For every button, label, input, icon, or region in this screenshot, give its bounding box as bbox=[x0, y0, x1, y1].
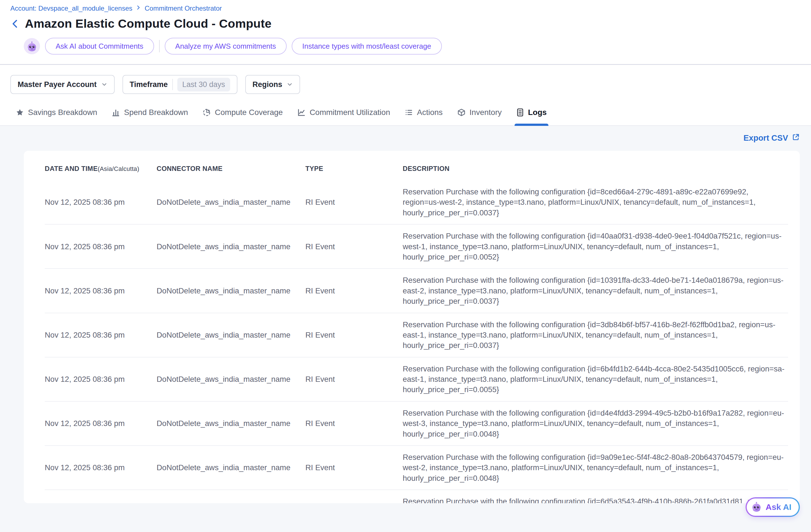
table-row: Nov 12, 2025 08:36 pm DoNotDelete_aws_in… bbox=[45, 445, 788, 490]
breadcrumb-section-link[interactable]: Commitment Orchestrator bbox=[144, 4, 222, 12]
tab-label: Savings Breakdown bbox=[28, 108, 97, 117]
table-row: Nov 12, 2025 08:36 pm DoNotDelete_aws_in… bbox=[45, 490, 788, 503]
table-row: Nov 12, 2025 08:36 pm DoNotDelete_aws_in… bbox=[45, 180, 788, 224]
timeframe-filter[interactable]: Timeframe Last 30 days bbox=[122, 75, 238, 94]
tab-label: Actions bbox=[417, 108, 443, 117]
cell-description: Reservation Purchase with the following … bbox=[403, 401, 788, 445]
cell-connector: DoNotDelete_aws_india_master_name bbox=[157, 401, 305, 445]
analyze-aws-commitments-chip[interactable]: Analyze my AWS commitments bbox=[165, 38, 287, 55]
chevron-down-icon bbox=[101, 81, 107, 88]
logs-table: DATE AND TIME(Asia/Calcutta) CONNECTOR N… bbox=[45, 162, 788, 503]
table-row: Nov 12, 2025 08:36 pm DoNotDelete_aws_in… bbox=[45, 357, 788, 401]
cell-description: Reservation Purchase with the following … bbox=[403, 313, 788, 357]
ask-ai-floating-button[interactable]: Ask AI bbox=[746, 497, 800, 517]
page-title: Amazon Elastic Compute Cloud - Compute bbox=[25, 17, 272, 30]
cell-description: Reservation Purchase with the following … bbox=[403, 357, 788, 401]
tab-bar: Savings Breakdown Spend Breakdown Comput… bbox=[0, 105, 811, 126]
column-header-type: TYPE bbox=[305, 162, 403, 180]
ai-suggestions-row: Ask AI about Commitments Analyze my AWS … bbox=[24, 38, 800, 64]
cell-datetime: Nov 12, 2025 08:36 pm bbox=[45, 401, 157, 445]
ask-ai-about-commitments-chip[interactable]: Ask AI about Commitments bbox=[45, 38, 154, 55]
breadcrumb-account-link[interactable]: Account: Devspace_all_module_licenses bbox=[10, 4, 132, 12]
cell-description: Reservation Purchase with the following … bbox=[403, 445, 788, 490]
logs-content: Export CSV DATE AND TIME(Asia/Calcutta) … bbox=[0, 126, 811, 532]
tab-label: Inventory bbox=[470, 108, 502, 117]
cell-type: RI Event bbox=[305, 401, 403, 445]
regions-dropdown[interactable]: Regions bbox=[245, 75, 300, 94]
list-icon bbox=[405, 108, 413, 117]
cell-type: RI Event bbox=[305, 269, 403, 313]
bar-chart-icon bbox=[111, 108, 120, 117]
tab-savings-breakdown[interactable]: Savings Breakdown bbox=[16, 108, 97, 125]
cell-connector: DoNotDelete_aws_india_master_name bbox=[157, 445, 305, 490]
cell-connector: DoNotDelete_aws_india_master_name bbox=[157, 313, 305, 357]
filters-bar: Master Payer Account Timeframe Last 30 d… bbox=[0, 65, 811, 105]
timeframe-value[interactable]: Last 30 days bbox=[177, 78, 230, 91]
cell-datetime: Nov 12, 2025 08:36 pm bbox=[45, 224, 157, 269]
cell-type: RI Event bbox=[305, 224, 403, 269]
tab-compute-coverage[interactable]: Compute Coverage bbox=[202, 108, 283, 125]
column-header-datetime: DATE AND TIME(Asia/Calcutta) bbox=[45, 162, 157, 180]
cell-connector: DoNotDelete_aws_india_master_name bbox=[157, 357, 305, 401]
table-row: Nov 12, 2025 08:36 pm DoNotDelete_aws_in… bbox=[45, 313, 788, 357]
cell-connector: DoNotDelete_aws_india_master_name bbox=[157, 224, 305, 269]
timeframe-divider bbox=[172, 79, 173, 90]
page-header: Account: Devspace_all_module_licenses Co… bbox=[0, 0, 811, 64]
line-chart-icon bbox=[297, 108, 306, 117]
chevron-down-icon bbox=[287, 81, 293, 88]
table-header-row: DATE AND TIME(Asia/Calcutta) CONNECTOR N… bbox=[45, 162, 788, 180]
export-csv-label: Export CSV bbox=[743, 133, 788, 143]
cell-datetime: Nov 12, 2025 08:36 pm bbox=[45, 357, 157, 401]
back-chevron-icon[interactable] bbox=[10, 19, 20, 29]
regions-label: Regions bbox=[253, 80, 282, 89]
cell-connector: DoNotDelete_aws_india_master_name bbox=[157, 269, 305, 313]
chip-divider bbox=[159, 40, 160, 52]
document-icon bbox=[516, 108, 524, 117]
tab-commitment-utilization[interactable]: Commitment Utilization bbox=[297, 108, 390, 125]
master-payer-account-label: Master Payer Account bbox=[18, 80, 97, 89]
cell-connector: DoNotDelete_aws_india_master_name bbox=[157, 180, 305, 224]
cell-type: RI Event bbox=[305, 445, 403, 490]
breadcrumb: Account: Devspace_all_module_licenses Co… bbox=[10, 4, 800, 12]
robot-icon bbox=[751, 501, 762, 513]
cell-datetime: Nov 12, 2025 08:36 pm bbox=[45, 180, 157, 224]
star-icon bbox=[16, 108, 24, 117]
tab-inventory[interactable]: Inventory bbox=[457, 108, 502, 125]
tab-spend-breakdown[interactable]: Spend Breakdown bbox=[111, 108, 188, 125]
external-link-icon bbox=[792, 133, 800, 143]
logs-table-card: DATE AND TIME(Asia/Calcutta) CONNECTOR N… bbox=[24, 151, 800, 503]
breadcrumb-chevron-icon bbox=[136, 4, 141, 12]
tab-label: Spend Breakdown bbox=[124, 108, 188, 117]
cell-description: Reservation Purchase with the following … bbox=[403, 224, 788, 269]
table-row: Nov 12, 2025 08:36 pm DoNotDelete_aws_in… bbox=[45, 269, 788, 313]
tab-actions[interactable]: Actions bbox=[405, 108, 443, 125]
cell-description: Reservation Purchase with the following … bbox=[403, 269, 788, 313]
cell-description: Reservation Purchase with the following … bbox=[403, 490, 788, 503]
table-row: Nov 12, 2025 08:36 pm DoNotDelete_aws_in… bbox=[45, 224, 788, 269]
cell-type: RI Event bbox=[305, 357, 403, 401]
robot-icon bbox=[24, 38, 40, 54]
tab-label: Compute Coverage bbox=[215, 108, 283, 117]
timeframe-label: Timeframe bbox=[130, 80, 168, 89]
package-icon bbox=[457, 108, 465, 117]
column-header-description: DESCRIPTION bbox=[403, 162, 788, 180]
tab-label: Commitment Utilization bbox=[310, 108, 390, 117]
instance-types-coverage-chip[interactable]: Instance types with most/least coverage bbox=[292, 38, 442, 55]
coverage-gauge-icon bbox=[202, 108, 211, 117]
cell-type: RI Event bbox=[305, 313, 403, 357]
master-payer-account-dropdown[interactable]: Master Payer Account bbox=[10, 75, 114, 94]
cell-datetime: Nov 12, 2025 08:36 pm bbox=[45, 490, 157, 503]
column-header-connector: CONNECTOR NAME bbox=[157, 162, 305, 180]
export-csv-button[interactable]: Export CSV bbox=[743, 133, 800, 143]
table-row: Nov 12, 2025 08:36 pm DoNotDelete_aws_in… bbox=[45, 401, 788, 445]
cell-connector: DoNotDelete_aws_india_master_name bbox=[157, 490, 305, 503]
cell-type: RI Event bbox=[305, 180, 403, 224]
cell-description: Reservation Purchase with the following … bbox=[403, 180, 788, 224]
tab-label: Logs bbox=[528, 108, 547, 117]
cell-datetime: Nov 12, 2025 08:36 pm bbox=[45, 313, 157, 357]
cell-type: RI Event bbox=[305, 490, 403, 503]
tab-logs[interactable]: Logs bbox=[516, 108, 547, 125]
cell-datetime: Nov 12, 2025 08:36 pm bbox=[45, 269, 157, 313]
ask-ai-label: Ask AI bbox=[766, 502, 792, 512]
cell-datetime: Nov 12, 2025 08:36 pm bbox=[45, 445, 157, 490]
